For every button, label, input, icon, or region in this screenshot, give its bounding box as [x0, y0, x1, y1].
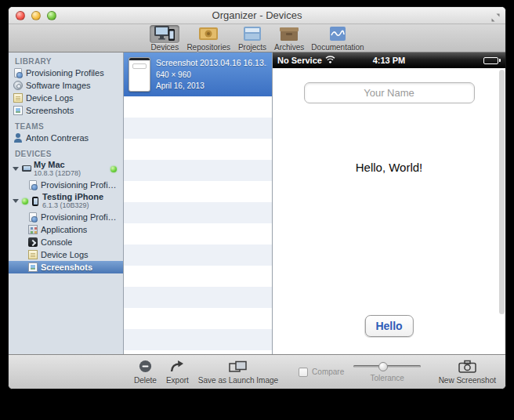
toolbar-archives-label: Archives: [274, 43, 304, 52]
toolbar-devices-label: Devices: [151, 43, 179, 52]
tolerance-control: Tolerance: [353, 362, 421, 382]
battery-icon: [483, 57, 501, 64]
log-icon: [13, 93, 23, 103]
provisioning-profile-icon: [29, 212, 37, 222]
sidebar-item-device-logs[interactable]: Device Logs: [9, 92, 123, 104]
screenshot-image: Your Name Hello, World! Hello: [273, 68, 505, 354]
devices-icon: [154, 25, 176, 43]
compare-checkbox[interactable]: [299, 368, 308, 377]
device-name: Testing iPhone: [42, 193, 103, 202]
iphone-status-bar: No Service 4:13 PM: [273, 52, 505, 68]
wifi-icon: [325, 56, 335, 65]
device-version: 10.8.3 (12D78): [34, 170, 81, 178]
compare-control: Compare: [299, 368, 344, 377]
slider-knob[interactable]: [378, 362, 388, 371]
sidebar-device-my-mac[interactable]: My Mac 10.8.3 (12D78): [9, 159, 123, 179]
sidebar-item-iphone-device-logs[interactable]: Device Logs: [9, 248, 123, 261]
screenshot-date: April 16, 2013: [156, 81, 267, 90]
scrollbar-thumb[interactable]: [499, 70, 505, 314]
delete-button[interactable]: Delete: [134, 360, 157, 385]
minimize-button[interactable]: [31, 11, 41, 20]
new-screenshot-label: New Screenshot: [439, 376, 496, 385]
toolbar-repositories-label: Repositories: [186, 43, 230, 52]
toolbar-archives-button[interactable]: Archives: [274, 25, 304, 52]
screenshot-preview-pane: No Service 4:13 PM Your Name Hello, Worl…: [273, 52, 505, 354]
compare-label: Compare: [312, 368, 344, 376]
source-list-sidebar: LIBRARY Provisioning Profiles Software I…: [9, 52, 124, 354]
disclosure-triangle-icon[interactable]: [13, 167, 19, 171]
sidebar-item-mac-provisioning-profiles[interactable]: Provisioning Profiles: [9, 179, 123, 191]
toolbar-documentation-button[interactable]: Documentation: [311, 25, 364, 52]
carrier-label: No Service: [277, 56, 322, 65]
disclosure-triangle-icon[interactable]: [13, 199, 19, 203]
organizer-window: Organizer - Devices Devices Repositories…: [8, 6, 506, 389]
tolerance-slider[interactable]: [353, 362, 421, 371]
sidebar-item-label: Provisioning Profiles: [26, 68, 104, 78]
zoom-button[interactable]: [47, 11, 56, 20]
new-screenshot-button[interactable]: New Screenshot: [439, 360, 496, 385]
status-dot-green: [110, 166, 117, 172]
sidebar-item-label: Software Images: [26, 81, 91, 90]
sidebar-item-label: Screenshots: [41, 262, 92, 272]
export-button[interactable]: Export: [166, 360, 189, 385]
sidebar-device-testing-iphone[interactable]: Testing iPhone 6.1.3 (10B329): [9, 191, 123, 211]
hello-button: Hello: [364, 315, 413, 337]
status-dot-green: [22, 198, 28, 205]
screenshot-list-item[interactable]: Screenshot 2013.04.16 16.13... 640 × 960…: [124, 52, 272, 96]
delete-label: Delete: [134, 376, 157, 385]
sidebar-item-iphone-screenshots[interactable]: Screenshots: [9, 261, 123, 273]
sidebar-item-provisioning-profiles[interactable]: Provisioning Profiles: [9, 67, 123, 79]
sidebar-item-label: Applications: [41, 225, 87, 234]
devices-section-header: DEVICES: [9, 148, 123, 159]
window-titlebar[interactable]: Organizer - Devices: [9, 7, 505, 24]
traffic-lights: [16, 11, 56, 20]
repositories-icon: [198, 26, 219, 43]
save-as-launch-image-button[interactable]: Save as Launch Image: [198, 360, 278, 385]
photo-icon: [13, 106, 23, 115]
toolbar-projects-label: Projects: [238, 43, 266, 52]
fullscreen-icon[interactable]: [491, 11, 500, 25]
sidebar-item-label: Provisioning Profiles: [41, 212, 118, 222]
provisioning-profile-icon: [14, 68, 22, 78]
sidebar-item-label: Console: [41, 237, 72, 247]
camera-icon: [458, 360, 476, 374]
mac-icon: [22, 165, 31, 174]
tolerance-label: Tolerance: [371, 374, 404, 382]
provisioning-profile-icon: [29, 180, 37, 190]
screenshot-size: 640 × 960: [156, 71, 267, 79]
preview-scrollbar: [499, 70, 505, 351]
main-content: LIBRARY Provisioning Profiles Software I…: [9, 52, 505, 354]
sidebar-item-iphone-provisioning-profiles[interactable]: Provisioning Profiles: [9, 211, 123, 223]
teams-section-header: TEAMS: [9, 121, 123, 132]
main-toolbar: Devices Repositories Projects Archives D…: [9, 24, 505, 52]
library-section-header: LIBRARY: [9, 56, 123, 67]
toolbar-devices-button[interactable]: Devices: [150, 25, 179, 52]
toolbar-projects-button[interactable]: Projects: [237, 25, 267, 52]
log-icon: [28, 250, 38, 259]
screenshot-title: Screenshot 2013.04.16 16.13...: [156, 59, 267, 68]
sidebar-item-iphone-applications[interactable]: Applications: [9, 223, 123, 236]
sidebar-item-iphone-console[interactable]: Console: [9, 236, 123, 248]
console-icon: [28, 237, 38, 247]
close-button[interactable]: [16, 11, 25, 20]
photo-icon: [28, 262, 38, 272]
documentation-icon: [328, 26, 348, 43]
export-icon: [169, 360, 185, 374]
sidebar-item-screenshots[interactable]: Screenshots: [9, 104, 123, 117]
export-label: Export: [166, 376, 189, 385]
person-icon: [13, 133, 23, 143]
toolbar-repositories-button[interactable]: Repositories: [186, 25, 230, 52]
device-name: My Mac: [34, 161, 81, 170]
delete-icon: [139, 360, 152, 374]
device-version: 6.1.3 (10B329): [42, 202, 103, 210]
screenshot-list: Screenshot 2013.04.16 16.13... 640 × 960…: [124, 52, 273, 354]
empty-list-rows: [124, 96, 272, 354]
toolbar-documentation-label: Documentation: [311, 43, 364, 52]
disc-icon: [13, 81, 23, 90]
screenshot-thumbnail: [128, 57, 150, 92]
sidebar-item-software-images[interactable]: Software Images: [9, 79, 123, 92]
hello-world-text: Hello, World!: [273, 161, 505, 174]
iphone-icon: [32, 197, 38, 206]
sidebar-item-label: Device Logs: [41, 250, 89, 259]
sidebar-item-team-anton-contreras[interactable]: Anton Contreras: [9, 132, 123, 144]
